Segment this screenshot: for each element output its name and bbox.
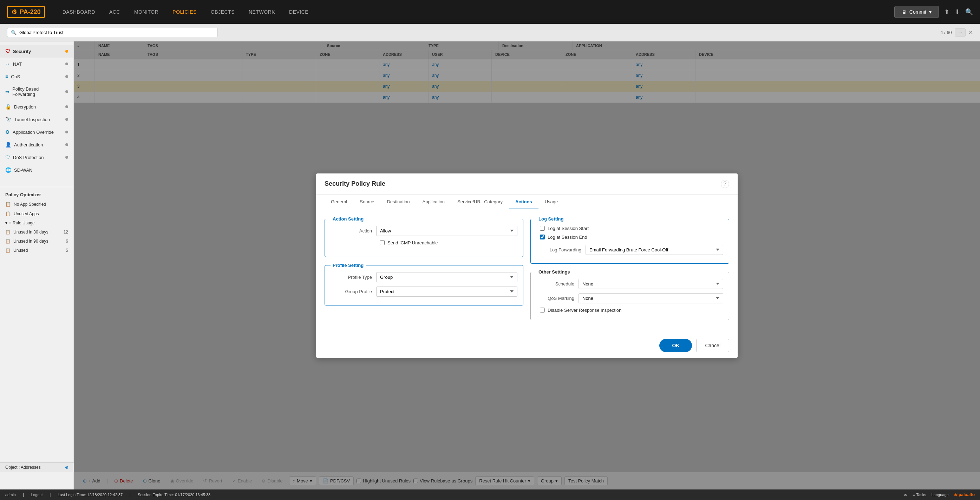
sidebar-item-dos[interactable]: 🛡 DoS Protection	[0, 151, 73, 163]
language-selector[interactable]: Language	[932, 493, 949, 497]
sidebar-item-nat[interactable]: ↔ NAT	[0, 57, 73, 70]
ok-button[interactable]: OK	[659, 339, 692, 352]
tab-actions[interactable]: Actions	[509, 195, 538, 209]
page-count: 4 / 60 → ✕	[940, 29, 973, 37]
schedule-select[interactable]: None	[579, 279, 723, 289]
sidebar-item-tunnel[interactable]: 🔭 Tunnel Inspection	[0, 113, 73, 126]
status-separator-2: |	[49, 493, 51, 497]
log-session-start-row: Log at Session Start	[536, 226, 723, 231]
sidebar-item-appoverride[interactable]: ⚙ Application Override	[0, 126, 73, 138]
tab-general[interactable]: General	[325, 195, 353, 209]
send-icmp-checkbox[interactable]	[380, 240, 385, 245]
log-forwarding-label: Log Forwarding	[536, 247, 585, 252]
tasks-icon[interactable]: ≡ Tasks	[913, 493, 926, 497]
main-layout: 🛡 Security ↔ NAT ≡ QoS ⇒ Policy Based Fo…	[0, 41, 980, 489]
nav-policies[interactable]: POLICIES	[172, 9, 197, 15]
log-session-start-label: Log at Session Start	[547, 226, 589, 231]
commit-dropdown-icon: ▾	[929, 9, 932, 15]
cancel-button[interactable]: Cancel	[696, 339, 729, 352]
object-bar: Object : Addresses ⊕	[0, 462, 74, 472]
modal-help-button[interactable]: ?	[721, 180, 729, 188]
page-count-value: 4 / 60	[940, 30, 952, 35]
no-app-label: No App Specified	[14, 202, 46, 207]
mail-icon[interactable]: ✉	[904, 493, 907, 497]
status-session-expire: Session Expire Time: 01/17/2020 16:45:38	[138, 493, 210, 497]
unused-rules[interactable]: 📋 Unused 5	[0, 246, 73, 255]
group-profile-control: Protect default	[376, 287, 517, 297]
app-name: PA-220	[20, 8, 41, 16]
log-forwarding-row: Log Forwarding None Email Forwarding Bru…	[536, 245, 723, 255]
object-bar-add-icon[interactable]: ⊕	[65, 465, 68, 470]
no-app-specified[interactable]: 📋 No App Specified	[0, 200, 73, 209]
unused-90-count: 6	[66, 239, 68, 244]
unused-90-icon: 📋	[5, 239, 11, 244]
unused-30-days[interactable]: 📋 Unused in 30 days 12	[0, 227, 73, 237]
modal-tabs: General Source Destination Application S…	[316, 195, 738, 209]
disable-server-checkbox[interactable]	[540, 308, 545, 313]
group-profile-select[interactable]: Protect default	[376, 287, 517, 297]
unused-apps[interactable]: 📋 Unused Apps	[0, 209, 73, 218]
app-logo: ⚙ PA-220	[7, 6, 45, 18]
schedule-label: Schedule	[536, 281, 579, 287]
nav-dashboard[interactable]: DASHBOARD	[62, 9, 95, 15]
rule-usage-chevron: ▾	[5, 221, 7, 225]
send-icmp-checkbox-row: Send ICMP Unreachable	[376, 240, 438, 245]
nav-arrows: →	[955, 29, 966, 37]
nav-device[interactable]: DEVICE	[289, 9, 309, 15]
send-icmp-row: Send ICMP Unreachable	[331, 240, 517, 248]
sidebar-item-auth[interactable]: 👤 Authentication	[0, 138, 73, 151]
nat-icon: ↔	[5, 61, 10, 67]
sidebar-item-qos[interactable]: ≡ QoS	[0, 70, 73, 83]
other-settings-fieldset: Other Settings Schedule None Qo	[530, 269, 729, 320]
upload-button[interactable]: ⬆	[944, 8, 950, 16]
tab-usage[interactable]: Usage	[538, 195, 565, 209]
download-button[interactable]: ⬇	[955, 8, 960, 16]
tunnel-icon: 🔭	[5, 117, 11, 122]
log-session-start-checkbox[interactable]	[540, 226, 545, 231]
sidebar-item-security[interactable]: 🛡 Security	[0, 45, 73, 57]
sidebar-item-sdwan[interactable]: 🌐 SD-WAN	[0, 163, 73, 176]
unused-apps-icon: 📋	[5, 211, 11, 216]
qos-marking-label: QoS Marking	[536, 296, 579, 301]
log-forwarding-select[interactable]: None Email Forwarding Brute Force Cool-O…	[585, 245, 723, 255]
close-search-button[interactable]: ✕	[969, 29, 973, 36]
object-bar-label: Object : Addresses	[5, 465, 41, 470]
modal-header: Security Policy Rule ?	[316, 173, 738, 195]
nav-network[interactable]: NETWORK	[249, 9, 275, 15]
rule-usage-header[interactable]: ▾ ≡ Rule Usage	[0, 218, 73, 227]
search-input[interactable]	[19, 30, 214, 35]
action-select[interactable]: Allow Deny Drop Reset Client Reset Serve…	[376, 226, 517, 236]
nav-objects[interactable]: OBJECTS	[211, 9, 235, 15]
commit-button[interactable]: 🖥 Commit ▾	[894, 6, 939, 18]
sidebar-item-pbf[interactable]: ⇒ Policy Based Forwarding	[0, 83, 73, 100]
tab-source[interactable]: Source	[353, 195, 380, 209]
sidebar-label-tunnel: Tunnel Inspection	[14, 117, 50, 122]
qos-icon: ≡	[5, 74, 8, 79]
profile-type-select[interactable]: None Profiles Group	[376, 272, 517, 282]
qos-marking-row: QoS Marking None	[536, 293, 723, 303]
sidebar-label-dos: DoS Protection	[13, 155, 43, 160]
status-logout[interactable]: Logout	[31, 493, 43, 497]
tab-service-url[interactable]: Service/URL Category	[451, 195, 509, 209]
search-icon-button[interactable]: 🔍	[965, 8, 973, 16]
modal-overlay: Security Policy Rule ? General Source De…	[74, 41, 980, 489]
nav-acc[interactable]: ACC	[109, 9, 120, 15]
prev-page-button[interactable]: →	[955, 29, 966, 37]
log-setting-fieldset: Log Setting Log at Session Start Log at …	[530, 216, 729, 264]
action-setting-fieldset: Action Setting Action Allow Deny Drop Re…	[325, 216, 523, 257]
sidebar-label-nat: NAT	[13, 62, 22, 67]
action-setting-legend: Action Setting	[331, 216, 366, 222]
tab-application[interactable]: Application	[416, 195, 451, 209]
nav-monitor[interactable]: MONITOR	[134, 9, 158, 15]
sidebar-dot-appoverride	[65, 131, 68, 133]
profile-type-row: Profile Type None Profiles Group	[331, 272, 517, 282]
rule-usage-label: Rule Usage	[13, 221, 35, 225]
qos-marking-select[interactable]: None	[579, 293, 723, 303]
sidebar-label-auth: Authentication	[14, 142, 43, 148]
top-navigation: ⚙ PA-220 DASHBOARD ACC MONITOR POLICIES …	[0, 0, 980, 24]
search-icon: 🔍	[11, 30, 16, 35]
log-session-end-checkbox[interactable]	[540, 235, 545, 240]
sidebar-item-decryption[interactable]: 🔓 Decryption	[0, 100, 73, 113]
tab-destination[interactable]: Destination	[380, 195, 416, 209]
unused-90-days[interactable]: 📋 Unused in 90 days 6	[0, 237, 73, 246]
